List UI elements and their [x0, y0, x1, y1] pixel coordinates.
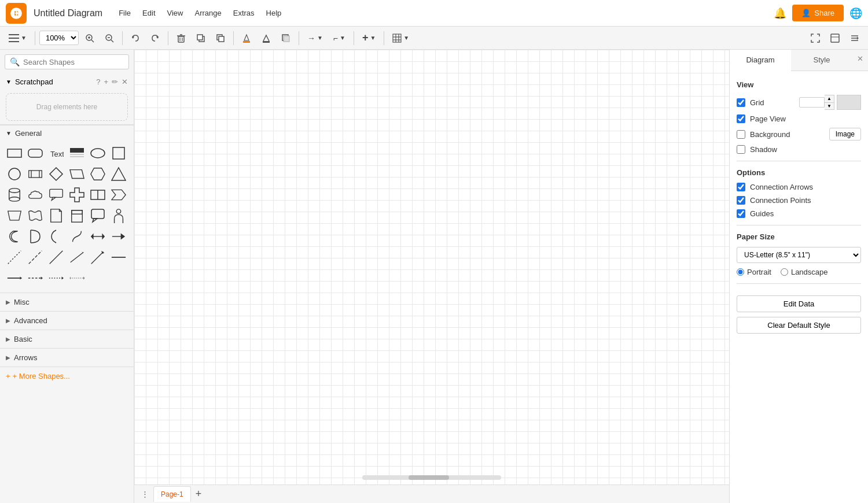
- shape-square[interactable]: [109, 143, 128, 163]
- grid-size-input[interactable]: 10 pt: [799, 97, 825, 108]
- tab-diagram[interactable]: Diagram: [730, 50, 791, 71]
- menu-extras[interactable]: Extras: [229, 6, 259, 20]
- menu-arrange[interactable]: Arrange: [190, 6, 226, 20]
- insert-btn[interactable]: + ▼: [358, 29, 380, 47]
- misc-header[interactable]: ▶ Misc: [0, 293, 134, 311]
- close-panel-icon[interactable]: ✕: [852, 50, 868, 71]
- table-btn[interactable]: ▼: [388, 31, 413, 46]
- shape-note[interactable]: [46, 206, 66, 225]
- background-checkbox[interactable]: [737, 130, 745, 139]
- shape-dashed-diag1[interactable]: [5, 247, 24, 267]
- collapse-btn[interactable]: [846, 31, 863, 46]
- arrows-header[interactable]: ▶ Arrows: [0, 349, 134, 367]
- shape-person[interactable]: [109, 206, 128, 225]
- landscape-radio[interactable]: [781, 268, 788, 276]
- background-image-btn[interactable]: Image: [829, 128, 861, 140]
- edit-scratchpad-icon[interactable]: ✏: [112, 77, 118, 86]
- canvas-grid[interactable]: [134, 50, 729, 503]
- menu-help[interactable]: Help: [262, 6, 286, 20]
- sidebar-toggle-btn[interactable]: ▼: [5, 31, 31, 45]
- shape-speech[interactable]: [88, 206, 108, 225]
- guides-checkbox[interactable]: [737, 209, 745, 218]
- shape-crescent[interactable]: [5, 227, 24, 246]
- shape-trapezoid[interactable]: [5, 206, 24, 225]
- general-section-header[interactable]: ▼ General: [0, 125, 134, 141]
- scratchpad-drop-area[interactable]: Drag elements here: [6, 93, 128, 121]
- globe-icon[interactable]: 🌐: [849, 7, 862, 20]
- shape-process[interactable]: [25, 164, 45, 184]
- search-box[interactable]: 🔍: [5, 54, 129, 69]
- page-view-checkbox[interactable]: [737, 114, 745, 123]
- shape-wave[interactable]: [25, 206, 45, 225]
- clear-default-style-btn[interactable]: Clear Default Style: [737, 317, 861, 334]
- resize-handle[interactable]: [727, 50, 729, 503]
- waypoint-btn[interactable]: ⌐ ▼: [329, 31, 350, 46]
- shadow-btn[interactable]: [277, 31, 295, 46]
- to-front-btn[interactable]: [192, 31, 209, 46]
- menu-edit[interactable]: Edit: [138, 6, 160, 20]
- shape-bracket[interactable]: [46, 227, 66, 246]
- grid-checkbox[interactable]: [737, 98, 745, 107]
- shape-d-shape[interactable]: [25, 227, 45, 246]
- scratchpad-header[interactable]: ▼ Scratchpad ? + ✏ ✕: [0, 74, 134, 90]
- shape-circle[interactable]: [5, 164, 24, 184]
- add-scratchpad-icon[interactable]: +: [104, 77, 108, 86]
- shape-cross[interactable]: [67, 185, 87, 205]
- shape-double-arrow[interactable]: [88, 227, 108, 246]
- horizontal-scrollbar[interactable]: [362, 475, 501, 480]
- connection-style-btn[interactable]: → ▼: [303, 31, 327, 46]
- notification-icon[interactable]: 🔔: [774, 7, 786, 20]
- advanced-header[interactable]: ▶ Advanced: [0, 312, 134, 330]
- menu-view[interactable]: View: [163, 6, 188, 20]
- shape-arrow-right[interactable]: [109, 227, 128, 246]
- canvas-area[interactable]: ⋮ Page-1 +: [134, 50, 729, 503]
- add-page-btn[interactable]: +: [193, 488, 204, 500]
- page-menu-btn[interactable]: ⋮: [139, 489, 151, 500]
- shape-line3[interactable]: [25, 268, 45, 288]
- grid-color-swatch[interactable]: [837, 95, 861, 110]
- shape-half-rect[interactable]: [88, 185, 108, 205]
- shape-triangle[interactable]: [109, 164, 128, 184]
- shape-card[interactable]: [67, 206, 87, 225]
- shape-heading[interactable]: [67, 143, 87, 163]
- shape-callout[interactable]: [46, 185, 66, 205]
- landscape-option[interactable]: Landscape: [781, 268, 828, 276]
- zoom-out-btn[interactable]: [101, 31, 118, 46]
- shadow-checkbox[interactable]: [737, 145, 745, 154]
- shape-rounded-rect[interactable]: [25, 143, 45, 163]
- more-shapes-btn[interactable]: + + More Shapes...: [0, 367, 134, 385]
- connection-arrows-checkbox[interactable]: [737, 183, 745, 191]
- grid-size-up[interactable]: ▲: [825, 95, 834, 102]
- shape-cylinder[interactable]: [5, 185, 24, 205]
- portrait-option[interactable]: Portrait: [737, 268, 771, 276]
- edit-data-btn[interactable]: Edit Data: [737, 295, 861, 312]
- shape-text[interactable]: Text: [46, 143, 66, 163]
- shape-line1[interactable]: [109, 247, 128, 267]
- shape-parallelogram[interactable]: [67, 164, 87, 184]
- menu-file[interactable]: File: [114, 6, 135, 20]
- shape-chevron[interactable]: [109, 185, 128, 205]
- grid-size-down[interactable]: ▼: [825, 102, 834, 109]
- delete-btn[interactable]: [172, 31, 190, 46]
- fit-page-btn[interactable]: [807, 31, 824, 46]
- portrait-radio[interactable]: [737, 268, 744, 276]
- shape-line2[interactable]: [5, 268, 24, 288]
- to-back-btn[interactable]: [212, 31, 229, 46]
- line-color-btn[interactable]: [258, 31, 275, 46]
- shape-double-line[interactable]: [67, 247, 87, 267]
- zoom-in-btn[interactable]: [81, 31, 98, 46]
- shape-hexagon[interactable]: [88, 164, 108, 184]
- shape-rectangle[interactable]: [5, 143, 24, 163]
- paper-size-select[interactable]: US-Letter (8.5" x 11") A4 (210 mm x 297 …: [737, 247, 861, 263]
- shape-line4[interactable]: [46, 268, 66, 288]
- close-scratchpad-icon[interactable]: ✕: [122, 77, 128, 86]
- page-tab-1[interactable]: Page-1: [153, 486, 191, 502]
- shape-dashed-diag2[interactable]: [25, 247, 45, 267]
- undo-btn[interactable]: [127, 31, 144, 46]
- reset-view-btn[interactable]: [826, 31, 844, 46]
- shape-line5[interactable]: [67, 268, 87, 288]
- fill-color-btn[interactable]: [238, 31, 255, 46]
- shape-diamond[interactable]: [46, 164, 66, 184]
- redo-btn[interactable]: [146, 31, 164, 46]
- share-button[interactable]: 👤 Share: [792, 5, 844, 21]
